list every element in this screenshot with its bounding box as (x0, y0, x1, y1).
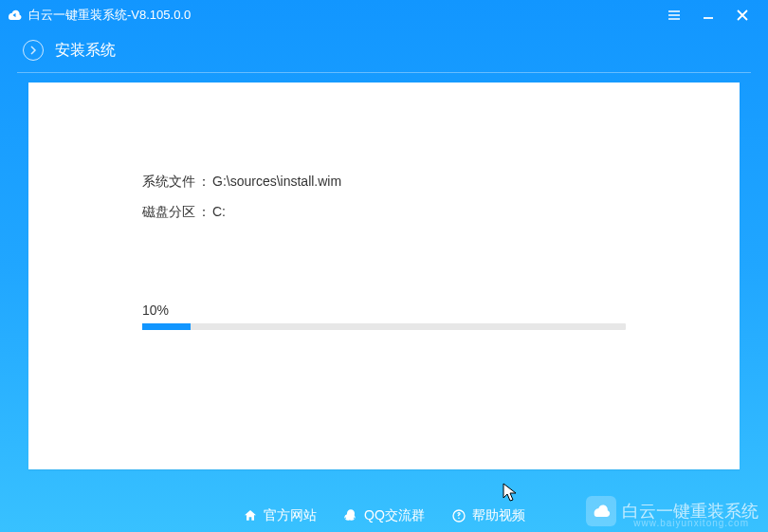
separator: ： (197, 174, 210, 189)
install-info: 系统文件：G:\sources\install.wim 磁盘分区：C: (142, 174, 341, 234)
menu-icon[interactable] (666, 7, 683, 24)
separator: ： (197, 204, 210, 219)
system-file-label: 系统文件 (142, 174, 195, 189)
disk-partition-row: 磁盘分区：C: (142, 204, 341, 221)
header-divider (17, 72, 751, 73)
system-file-value: G:\sources\install.wim (212, 174, 341, 189)
qq-group-link[interactable]: QQ交流群 (343, 507, 425, 524)
subheader-title: 安装系统 (55, 41, 116, 61)
help-icon (451, 508, 466, 523)
disk-partition-label: 磁盘分区 (142, 204, 195, 219)
qq-group-label: QQ交流群 (364, 507, 425, 524)
official-site-label: 官方网站 (264, 507, 317, 524)
close-button[interactable] (734, 7, 751, 24)
footer-links: 官方网站 QQ交流群 帮助视频 (0, 507, 768, 524)
app-logo-icon (6, 7, 23, 24)
progress-percent-text: 10% (142, 303, 626, 318)
progress-area: 10% (142, 303, 626, 330)
home-icon (243, 508, 258, 523)
system-file-row: 系统文件：G:\sources\install.wim (142, 174, 341, 191)
progress-bar-track (142, 323, 626, 330)
help-video-label: 帮助视频 (472, 507, 525, 524)
main-panel: 系统文件：G:\sources\install.wim 磁盘分区：C: 10% (28, 83, 740, 469)
app-title: 白云一键重装系统-V8.105.0.0 (28, 7, 191, 24)
titlebar: 白云一键重装系统-V8.105.0.0 (0, 0, 768, 30)
cursor-icon (503, 483, 518, 504)
official-site-link[interactable]: 官方网站 (243, 507, 317, 524)
qq-icon (343, 508, 358, 523)
progress-bar-fill (142, 323, 191, 330)
disk-partition-value: C: (212, 204, 226, 219)
window-controls (666, 7, 762, 24)
help-video-link[interactable]: 帮助视频 (451, 507, 525, 524)
minimize-button[interactable] (700, 7, 717, 24)
subheader: 安装系统 (0, 30, 768, 72)
step-indicator-icon (23, 40, 44, 61)
